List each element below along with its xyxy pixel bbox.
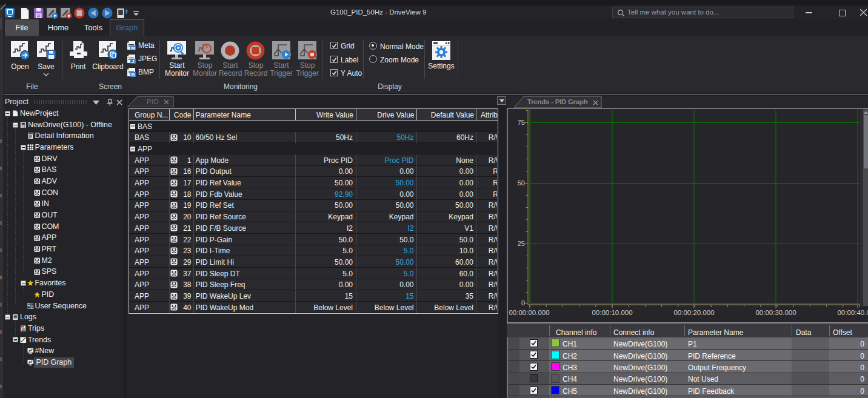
svg-text:00:00:00.000: 00:00:00.000 — [509, 309, 549, 316]
svg-text:25: 25 — [518, 240, 525, 247]
svg-text:J: J — [132, 59, 134, 64]
svg-text:00:00:40.000: 00:00:40.000 — [837, 309, 868, 316]
svg-text:00:00:30.000: 00:00:30.000 — [755, 309, 796, 316]
svg-text:75: 75 — [518, 119, 525, 126]
svg-text:00:00:20.000: 00:00:20.000 — [673, 309, 714, 316]
svg-text:B: B — [132, 72, 135, 78]
svg-text:00:00:10.000: 00:00:10.000 — [592, 309, 632, 316]
svg-text:0: 0 — [521, 299, 525, 307]
svg-text:M: M — [131, 45, 135, 51]
svg-text:50: 50 — [518, 179, 525, 187]
